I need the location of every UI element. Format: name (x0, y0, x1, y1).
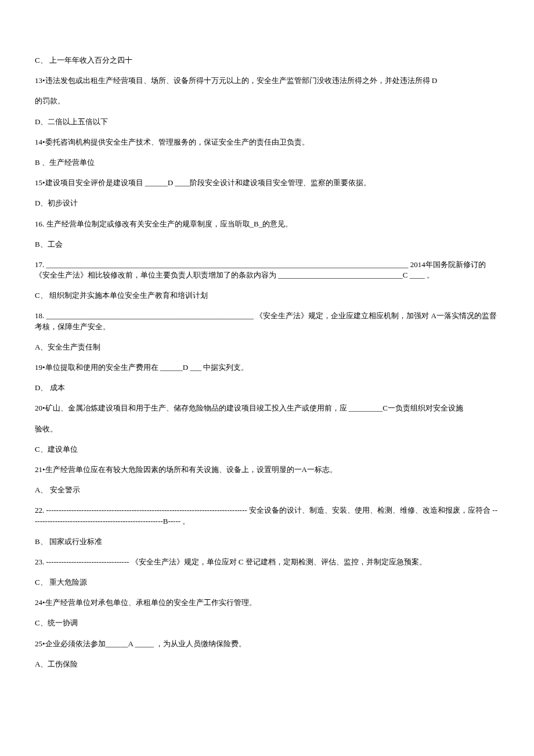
text-line: 14•委托咨询机构提供安全生产技术、管理服务的，保证安全生产的责任由卫负责。 (35, 137, 499, 147)
text-line: C、建设单位 (35, 444, 499, 455)
text-line: B、工会 (35, 239, 499, 250)
text-line: 13•违法发包或出租生产经营项目、场所、设备所得十万元以上的，安全生产监管部门没… (35, 75, 499, 86)
text-line: C、 组织制定并实施本单位安全生产教育和培训计划 (35, 290, 499, 301)
text-line: C、统一协调 (35, 618, 499, 628)
text-line: D、初步设计 (35, 198, 499, 208)
text-line: 21•生产经营单位应在有较大危险因素的场所和有关设施、设备上，设置明显的一A一标… (35, 465, 499, 475)
text-line: 19•单位提取和使用的安全生产费用在 ______D ___ 中据实列支。 (35, 362, 499, 373)
text-line: A、安全生产责任制 (35, 342, 499, 352)
text-line: D、 成本 (35, 383, 499, 393)
text-line: 20•矿山、金属冶炼建设项目和用于生产、储存危险物品的建设项目竣工投入生产或使用… (35, 403, 499, 413)
text-line: 23. --------------------------------- 《安… (35, 557, 499, 567)
text-line: B 、生产经营单位 (35, 157, 499, 168)
text-line: 18. ____________________________________… (35, 311, 499, 332)
text-line: 22. ------------------------------------… (35, 505, 499, 526)
text-line: 25•企业必须依法参加______A _____ ，为从业人员缴纳保险费。 (35, 639, 499, 649)
text-line: 24•生产经营单位对承包单位、承租单位的安全生产工作实行管理。 (35, 597, 499, 608)
text-line: 验收。 (35, 424, 499, 434)
text-line: 17. ____________________________________… (35, 260, 499, 280)
text-line: 16. 生产经营单位制定或修改有关安全生产的规章制度，应当听取_B_的意见。 (35, 219, 499, 229)
text-line: B、 国家或行业标准 (35, 537, 499, 547)
text-line: 的罚款。 (35, 96, 499, 106)
text-line: 15•建设项目安全评价是建设项目 ______D ____阶段安全设计和建设项目… (35, 178, 499, 188)
text-line: C、 重大危险源 (35, 577, 499, 588)
text-line: A、工伤保险 (35, 659, 499, 669)
text-line: D、二倍以上五倍以下 (35, 117, 499, 127)
text-line: A、 安全警示 (35, 485, 499, 495)
text-line: C、 上一年年收入百分之四十 (35, 55, 499, 66)
